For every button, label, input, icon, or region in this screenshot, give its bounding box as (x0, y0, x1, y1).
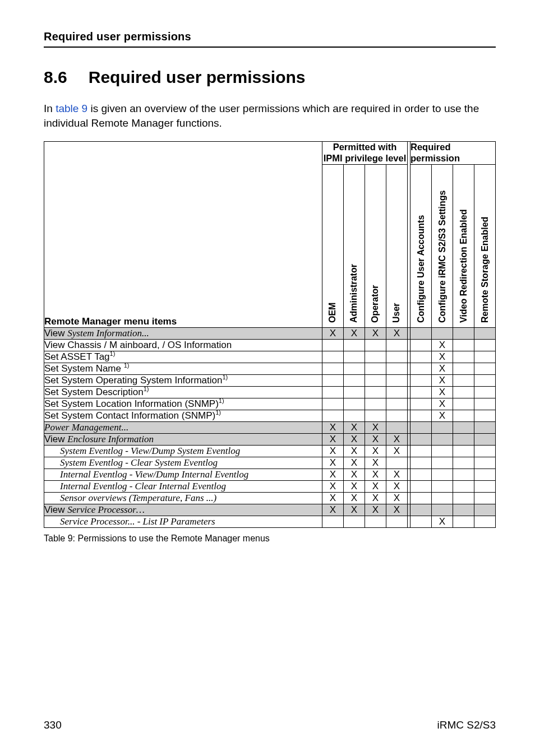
cell (386, 374, 407, 386)
cell (474, 374, 496, 386)
cell (453, 374, 474, 386)
cell: X (386, 445, 407, 457)
cell (386, 516, 407, 527)
running-head: Required user permissions (44, 30, 496, 43)
cell (453, 469, 474, 480)
cell (474, 351, 496, 363)
section-title-text: Required user permissions (89, 68, 306, 87)
cell: X (343, 445, 365, 457)
cell (453, 327, 474, 339)
col-user: User (386, 164, 407, 327)
cell: X (322, 445, 343, 457)
col-oem: OEM (322, 164, 343, 327)
cell (432, 469, 453, 480)
cell: X (432, 374, 453, 386)
cell (474, 327, 496, 339)
cell (343, 398, 365, 410)
cell (386, 386, 407, 398)
cell: X (322, 457, 343, 469)
cell (474, 457, 496, 469)
row-label: Set System Contact Information (SNMP)1) (44, 410, 322, 421)
cell: X (322, 421, 343, 433)
cell: X (343, 492, 365, 504)
cell (365, 363, 386, 374)
table-row: Set System Name 1)X (44, 363, 496, 374)
cell (453, 492, 474, 504)
row-label: Set System Description1) (44, 386, 322, 398)
cell (453, 433, 474, 445)
cell: X (386, 480, 407, 492)
cell (411, 480, 432, 492)
table-9-link[interactable]: table 9 (56, 103, 87, 114)
col-configure-irmc-settings: Configure iRMC S2/S3 Settings (432, 164, 453, 327)
cell: X (365, 480, 386, 492)
cell (411, 492, 432, 504)
table-row: View Service Processor…XXXX (44, 504, 496, 516)
cell: X (365, 492, 386, 504)
cell (343, 339, 365, 351)
cell (474, 421, 496, 433)
cell (474, 492, 496, 504)
cell (365, 339, 386, 351)
cell (432, 457, 453, 469)
cell (453, 504, 474, 516)
cell (386, 363, 407, 374)
cell (411, 398, 432, 410)
cell (474, 363, 496, 374)
table-row: View Enclosure InformationXXXX (44, 433, 496, 445)
intro-pre: In (44, 103, 56, 114)
cell (365, 410, 386, 421)
cell (411, 504, 432, 516)
cell (411, 410, 432, 421)
cell (322, 339, 343, 351)
cell (322, 386, 343, 398)
row-label: System Eventlog - View/Dump System Event… (44, 445, 322, 457)
section-number: 8.6 (44, 68, 67, 87)
cell (411, 433, 432, 445)
cell (322, 516, 343, 527)
cell (411, 374, 432, 386)
cell: X (322, 504, 343, 516)
cell (386, 339, 407, 351)
footer-right: iRMC S2/S3 (437, 719, 496, 731)
table-row: View Chassis / M ainboard, / OS Informat… (44, 339, 496, 351)
cell (343, 363, 365, 374)
cell (411, 351, 432, 363)
cell: X (432, 386, 453, 398)
cell (474, 480, 496, 492)
cell (453, 351, 474, 363)
row-label: Sensor overviews (Temperature, Fans ...) (44, 492, 322, 504)
permissions-table: Remote Manager menu items Permitted with… (44, 141, 496, 528)
cell (453, 421, 474, 433)
cell: X (365, 433, 386, 445)
intro-paragraph: In table 9 is given an overview of the u… (44, 101, 496, 130)
table-row: Set System Contact Information (SNMP)1)X (44, 410, 496, 421)
cell: X (386, 469, 407, 480)
cell (432, 480, 453, 492)
cell (365, 374, 386, 386)
cell (386, 398, 407, 410)
cell: X (432, 351, 453, 363)
cell (411, 386, 432, 398)
cell: X (386, 327, 407, 339)
cell (474, 410, 496, 421)
cell: X (432, 339, 453, 351)
cell: X (322, 433, 343, 445)
table-row: System Eventlog - Clear System EventlogX… (44, 457, 496, 469)
cell (343, 516, 365, 527)
cell (432, 433, 453, 445)
row-label: View Service Processor… (44, 504, 322, 516)
row-label: View Enclosure Information (44, 433, 322, 445)
table-row: Power Management...XXX (44, 421, 496, 433)
head-rule (44, 47, 496, 48)
cell (432, 327, 453, 339)
cell (343, 386, 365, 398)
table-caption: Table 9: Permissions to use the Remote M… (44, 534, 496, 544)
cell (343, 410, 365, 421)
cell (474, 445, 496, 457)
cell: X (386, 504, 407, 516)
header-group-required: Required permission (411, 142, 496, 165)
cell (474, 469, 496, 480)
section-title: 8.6 Required user permissions (44, 68, 496, 87)
cell (453, 516, 474, 527)
